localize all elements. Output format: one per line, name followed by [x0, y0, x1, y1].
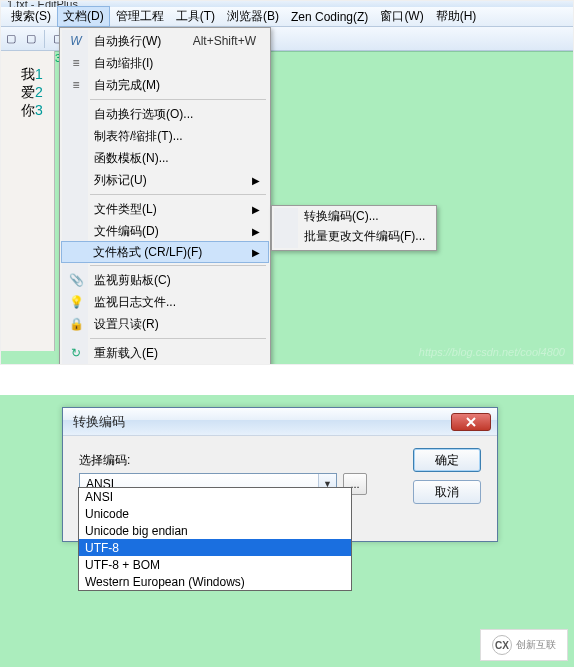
menu-separator — [90, 99, 266, 100]
menu-item[interactable]: 列标记(U)▶ — [62, 169, 268, 191]
menu-item-label: 文件类型(L) — [94, 201, 157, 218]
menu-item[interactable]: ↻重新载入为(A)... — [62, 364, 268, 365]
menu-item[interactable]: W自动换行(W)Alt+Shift+W — [62, 30, 268, 52]
watermark: https://blog.csdn.net/cool4800 — [419, 346, 565, 358]
menu-item[interactable]: 帮助(H) — [430, 6, 483, 27]
menu-item[interactable]: ≡自动缩排(I) — [62, 52, 268, 74]
menu-item-label: 设置只读(R) — [94, 316, 159, 333]
menu-item-label: 文件格式 (CR/LF)(F) — [93, 244, 202, 261]
menu-item-icon: 📎 — [68, 272, 84, 288]
encoding-option[interactable]: UTF-8 + BOM — [79, 556, 351, 573]
menu-item[interactable]: 搜索(S) — [5, 6, 57, 27]
menu-item-label: 监视日志文件... — [94, 294, 176, 311]
menu-item[interactable]: 文档(D) — [57, 6, 110, 27]
chevron-right-icon: ▶ — [252, 247, 260, 258]
menu-item-label: 自动缩排(I) — [94, 55, 153, 72]
menu-item-label: 自动完成(M) — [94, 77, 160, 94]
submenu-item[interactable]: 批量更改文件编码(F)... — [274, 228, 434, 248]
menu-item[interactable]: ≡自动完成(M) — [62, 74, 268, 96]
menu-item-icon: ↻ — [68, 345, 84, 361]
close-button[interactable] — [451, 413, 491, 431]
document-menu: W自动换行(W)Alt+Shift+W≡自动缩排(I)≡自动完成(M)自动换行选… — [59, 27, 271, 365]
encoding-submenu: 转换编码(C)...批量更改文件编码(F)... — [271, 205, 437, 251]
menu-item[interactable]: 管理工程 — [110, 6, 170, 27]
menu-item-label: 制表符/缩排(T)... — [94, 128, 183, 145]
brand-logo: CX 创新互联 — [480, 629, 568, 661]
menu-item[interactable]: 工具(T) — [170, 6, 221, 27]
menu-item[interactable]: 🔒设置只读(R) — [62, 313, 268, 335]
brand-mark: CX — [492, 635, 512, 655]
submenu-item[interactable]: 转换编码(C)... — [274, 208, 434, 228]
menu-item[interactable]: 窗口(W) — [374, 6, 429, 27]
menu-item-label: 重新载入(E) — [94, 345, 158, 362]
toolbar-button[interactable]: ▢ — [22, 30, 40, 48]
menu-item[interactable]: 浏览器(B) — [221, 6, 285, 27]
menu-item-shortcut: Alt+Shift+W — [193, 34, 256, 48]
menu-item[interactable]: 📎监视剪贴板(C) — [62, 269, 268, 291]
brand-text: 创新互联 — [516, 638, 556, 652]
menu-item-icon: W — [68, 33, 84, 49]
separator — [44, 30, 45, 48]
menu-item-label: 文件编码(D) — [94, 223, 159, 240]
menu-item-label: 列标记(U) — [94, 172, 147, 189]
menu-item[interactable]: 制表符/缩排(T)... — [62, 125, 268, 147]
encoding-option[interactable]: Unicode big endian — [79, 522, 351, 539]
menu-item-icon: ≡ — [68, 77, 84, 93]
encoding-option[interactable]: UTF-8 — [79, 539, 351, 556]
editplus-window: 1.txt - EditPlus 搜索(S)文档(D)管理工程工具(T)浏览器(… — [0, 0, 574, 365]
chevron-right-icon: ▶ — [252, 175, 260, 186]
menu-item-icon: 💡 — [68, 294, 84, 310]
editor-line: 我1 — [21, 65, 43, 83]
chevron-right-icon: ▶ — [252, 204, 260, 215]
editor-line: 爱2 — [21, 83, 43, 101]
menu-item-icon: ≡ — [68, 55, 84, 71]
menu-item-label: 自动换行选项(O)... — [94, 106, 193, 123]
toolbar-button[interactable]: ▢ — [2, 30, 20, 48]
menu-item-label: 自动换行(W) — [94, 33, 161, 50]
menu-bar: 搜索(S)文档(D)管理工程工具(T)浏览器(B)Zen Coding(Z)窗口… — [1, 7, 573, 27]
ok-button[interactable]: 确定 — [413, 448, 481, 472]
menu-separator — [90, 338, 266, 339]
dialog-titlebar: 转换编码 — [63, 408, 497, 436]
menu-item[interactable]: 文件类型(L)▶ — [62, 198, 268, 220]
menu-separator — [90, 265, 266, 266]
menu-item-label: 函数模板(N)... — [94, 150, 169, 167]
menu-icon-strip — [274, 208, 298, 248]
dialog-title: 转换编码 — [73, 413, 125, 431]
menu-item[interactable]: 文件编码(D)▶ — [62, 220, 268, 242]
menu-separator — [90, 194, 266, 195]
dialog-screenshot: 转换编码 选择编码: ANSI ▼ ... 确定 取消 ANSIUnicodeU… — [0, 395, 574, 667]
menu-item[interactable]: 文件格式 (CR/LF)(F)▶ — [61, 241, 269, 263]
menu-item-icon: 🔒 — [68, 316, 84, 332]
cancel-button[interactable]: 取消 — [413, 480, 481, 504]
menu-item-label: 监视剪贴板(C) — [94, 272, 171, 289]
menu-item[interactable]: 自动换行选项(O)... — [62, 103, 268, 125]
encoding-option[interactable]: ANSI — [79, 488, 351, 505]
menu-item[interactable]: 💡监视日志文件... — [62, 291, 268, 313]
menu-item[interactable]: ↻重新载入(E) — [62, 342, 268, 364]
encoding-options-list[interactable]: ANSIUnicodeUnicode big endianUTF-8UTF-8 … — [78, 487, 352, 591]
menu-item[interactable]: Zen Coding(Z) — [285, 8, 374, 26]
chevron-right-icon: ▶ — [252, 226, 260, 237]
encoding-option[interactable]: Unicode — [79, 505, 351, 522]
encoding-option[interactable]: Western European (Windows) — [79, 573, 351, 590]
text-editor[interactable]: 我1爱2你3 — [21, 65, 43, 119]
menu-item[interactable]: 函数模板(N)... — [62, 147, 268, 169]
editor-line: 你3 — [21, 101, 43, 119]
